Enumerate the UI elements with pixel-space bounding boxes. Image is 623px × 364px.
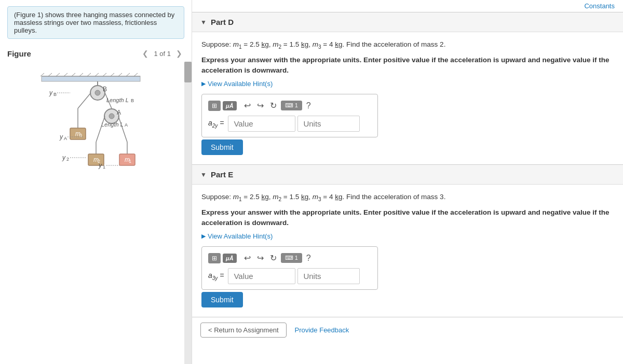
help-button-d[interactable]: ? [304, 100, 313, 111]
svg-point-17 [95, 90, 100, 95]
redo-button-d[interactable]: ↪ [255, 100, 266, 111]
hint-arrow-icon: ▶ [201, 80, 206, 87]
part-e-answer-box: ⊞ μÅ ↩ ↪ ↻ ⌨ 1 ? a3y = [201, 246, 378, 290]
svg-line-2 [40, 73, 44, 76]
svg-line-3 [48, 73, 52, 76]
reset-button-d[interactable]: ↻ [268, 100, 279, 111]
bottom-bar: < Return to Assignment Provide Feedback [192, 317, 623, 343]
part-e-input-row: a3y = [208, 268, 371, 284]
matrix-button-e[interactable]: ⊞ [208, 253, 221, 263]
svg-line-9 [95, 73, 99, 76]
part-d-body: Suppose: m1 = 2.5 kg, m2 = 1.5 kg, m3 = … [192, 32, 623, 164]
constants-link-row: Constants [192, 0, 623, 12]
feedback-link[interactable]: Provide Feedback [295, 326, 349, 334]
part-e-toggle[interactable]: ▼ [200, 171, 207, 178]
nav-controls: ❮ 1 of 1 ❯ [140, 48, 184, 59]
part-e-hint-label: View Available Hint(s) [208, 232, 273, 240]
svg-text:A: A [117, 109, 121, 116]
svg-text:1: 1 [103, 164, 105, 170]
svg-line-8 [87, 73, 91, 76]
constants-link[interactable]: Constants [584, 2, 615, 10]
part-e-eq-label: a3y = [208, 271, 224, 281]
mu-button-e[interactable]: μÅ [223, 254, 237, 263]
svg-rect-0 [42, 76, 140, 81]
part-e-hint[interactable]: ▶ View Available Hint(s) [201, 232, 614, 240]
svg-text:B: B [131, 98, 134, 103]
svg-text:B: B [53, 92, 57, 97]
svg-text:A: A [64, 136, 67, 141]
part-d-title: Part D [211, 18, 234, 26]
svg-line-5 [64, 73, 67, 76]
svg-line-11 [111, 73, 114, 76]
svg-line-4 [56, 73, 60, 76]
redo-button-e[interactable]: ↪ [255, 252, 266, 264]
part-e-toolbar: ⊞ μÅ ↩ ↪ ↻ ⌨ 1 ? [208, 252, 371, 264]
part-d-hint[interactable]: ▶ View Available Hint(s) [201, 80, 614, 88]
svg-text:y: y [49, 89, 53, 96]
part-e-section: ▼ Part E Suppose: m1 = 2.5 kg, m2 = 1.5 … [192, 164, 623, 317]
svg-line-12 [118, 73, 122, 76]
undo-button-e[interactable]: ↩ [242, 252, 253, 264]
part-d-toggle[interactable]: ▼ [200, 19, 207, 26]
part-d-submit-button[interactable]: Submit [201, 139, 243, 155]
keyboard-button-e[interactable]: ⌨ 1 [281, 253, 302, 263]
svg-text:A: A [125, 122, 128, 128]
part-d-header: ▼ Part D [192, 12, 623, 32]
svg-point-24 [109, 114, 114, 119]
figure-label: Figure [7, 49, 31, 58]
svg-text:1: 1 [129, 159, 131, 164]
figure-label-row: Figure ❮ 1 of 1 ❯ [0, 45, 192, 62]
svg-text:2: 2 [66, 157, 69, 162]
scroll-thumb[interactable] [184, 62, 192, 82]
return-button[interactable]: < Return to Assignment [200, 323, 287, 338]
svg-line-6 [72, 73, 75, 76]
part-e-body: Suppose: m1 = 2.5 kg, m2 = 1.5 kg, m3 = … [192, 185, 623, 317]
svg-text:y: y [98, 162, 102, 169]
part-d-instruction: Express your answer with the appropriate… [201, 55, 614, 76]
part-d-answer-box: ⊞ μÅ ↩ ↪ ↻ ⌨ 1 ? a2y = [201, 94, 378, 137]
diagram-area: B Length L B A Length L A m 3 [0, 62, 192, 188]
part-d-problem: Suppose: m1 = 2.5 kg, m2 = 1.5 kg, m3 = … [201, 39, 614, 51]
svg-line-7 [79, 73, 83, 76]
svg-text:B: B [103, 86, 107, 93]
part-d-value-input[interactable] [228, 116, 295, 132]
svg-line-19 [78, 93, 91, 108]
svg-text:y: y [62, 154, 66, 161]
svg-text:Length L: Length L [106, 97, 129, 103]
right-panel: Constants ▼ Part D Suppose: m1 = 2.5 kg,… [192, 0, 623, 364]
reset-button-e[interactable]: ↻ [268, 252, 279, 264]
svg-line-13 [126, 73, 130, 76]
part-e-submit-button[interactable]: Submit [201, 292, 243, 307]
svg-line-14 [134, 73, 138, 76]
pulley-diagram: B Length L B A Length L A m 3 [10, 67, 166, 181]
hint-arrow-e-icon: ▶ [201, 233, 206, 240]
prev-button[interactable]: ❮ [140, 48, 151, 59]
figure-note-text: (Figure 1) shows three hanging masses co… [14, 11, 174, 34]
part-e-title: Part E [211, 170, 233, 179]
help-button-e[interactable]: ? [304, 253, 313, 264]
next-button[interactable]: ❯ [174, 48, 184, 59]
part-d-section: ▼ Part D Suppose: m1 = 2.5 kg, m2 = 1.5 … [192, 12, 623, 164]
part-d-eq-label: a2y = [208, 119, 224, 129]
part-e-problem: Suppose: m1 = 2.5 kg, m2 = 1.5 kg, m3 = … [201, 192, 614, 203]
figure-note: (Figure 1) shows three hanging masses co… [7, 6, 184, 39]
left-panel: (Figure 1) shows three hanging masses co… [0, 0, 192, 364]
part-e-header: ▼ Part E [192, 165, 623, 185]
part-e-units-input[interactable] [297, 268, 360, 284]
svg-line-32 [96, 116, 105, 142]
nav-page: 1 of 1 [154, 50, 171, 58]
svg-line-33 [118, 116, 127, 142]
scroll-track[interactable] [184, 62, 192, 364]
part-e-instruction: Express your answer with the appropriate… [201, 207, 614, 229]
mu-button-d[interactable]: μÅ [223, 101, 237, 110]
part-e-value-input[interactable] [228, 268, 295, 284]
undo-button-d[interactable]: ↩ [242, 100, 253, 111]
part-d-units-input[interactable] [297, 116, 360, 132]
keyboard-button-d[interactable]: ⌨ 1 [281, 101, 302, 110]
part-d-toolbar: ⊞ μÅ ↩ ↪ ↻ ⌨ 1 ? [208, 100, 371, 111]
svg-line-10 [103, 73, 106, 76]
svg-text:y: y [59, 133, 63, 141]
part-d-input-row: a2y = [208, 116, 371, 132]
part-d-hint-label: View Available Hint(s) [208, 80, 273, 88]
matrix-button-d[interactable]: ⊞ [208, 101, 221, 111]
